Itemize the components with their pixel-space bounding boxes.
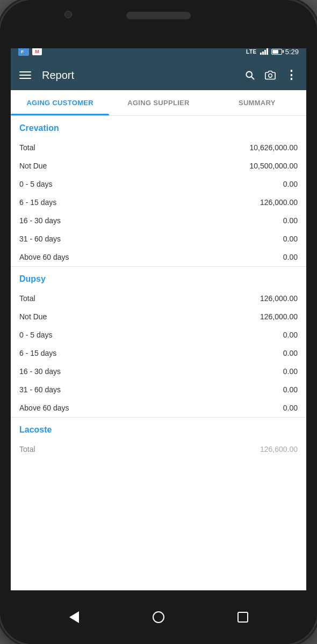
app-title: Report bbox=[42, 69, 234, 82]
list-item: Total 10,626,000.00 bbox=[11, 138, 306, 157]
customer-name-dupsy: Dupsy bbox=[11, 267, 306, 289]
customer-name-lacoste: Lacoste bbox=[11, 418, 306, 440]
row-label: 31 - 60 days bbox=[19, 385, 61, 394]
row-label: Total bbox=[19, 294, 35, 303]
row-value: 10,626,000.00 bbox=[249, 143, 298, 152]
recents-button[interactable] bbox=[232, 606, 254, 628]
lte-indicator: LTE bbox=[246, 49, 257, 55]
status-time: 5:29 bbox=[285, 48, 299, 56]
svg-point-4 bbox=[269, 74, 272, 78]
app-notification-icon: F bbox=[18, 47, 29, 56]
row-label: Above 60 days bbox=[19, 404, 69, 412]
customer-section-dupsy: Dupsy Total 126,000.00 Not Due 126,000.0… bbox=[11, 267, 306, 418]
list-item: Not Due 10,500,000.00 bbox=[11, 157, 306, 175]
customer-name-crevation: Crevation bbox=[11, 116, 306, 138]
back-button[interactable] bbox=[63, 606, 85, 628]
list-item: 0 - 5 days 0.00 bbox=[11, 326, 306, 344]
customer-section-crevation: Crevation Total 10,626,000.00 Not Due 10… bbox=[11, 116, 306, 267]
row-value: 126,000.00 bbox=[260, 294, 298, 303]
row-label: Total bbox=[19, 143, 35, 152]
row-label: 16 - 30 days bbox=[19, 367, 61, 376]
row-value: 0.00 bbox=[283, 235, 298, 243]
list-item: 31 - 60 days 0.00 bbox=[11, 380, 306, 399]
bottom-nav-bar bbox=[0, 590, 317, 644]
svg-text:F: F bbox=[21, 49, 24, 54]
more-options-button[interactable]: ⋮ bbox=[285, 68, 298, 82]
row-value: 0.00 bbox=[283, 349, 298, 357]
status-icons-right: LTE 5:29 bbox=[246, 48, 299, 56]
row-label: 16 - 30 days bbox=[19, 216, 61, 225]
list-item: Total 126,000.00 bbox=[11, 289, 306, 308]
speaker bbox=[126, 12, 191, 19]
list-item: 31 - 60 days 0.00 bbox=[11, 230, 306, 248]
battery-icon bbox=[271, 49, 282, 55]
hamburger-menu-button[interactable] bbox=[19, 71, 31, 79]
row-value: 10,500,000.00 bbox=[249, 162, 298, 170]
row-value: 126,000.00 bbox=[260, 312, 298, 321]
row-value: 126,000.00 bbox=[260, 198, 298, 207]
tab-aging-customer[interactable]: AGING CUSTOMER bbox=[11, 90, 109, 115]
gmail-notification-icon: M bbox=[32, 48, 42, 55]
front-camera bbox=[64, 11, 72, 18]
row-value: 0.00 bbox=[283, 404, 298, 412]
status-icons-left: F M bbox=[18, 47, 42, 56]
search-button[interactable] bbox=[244, 70, 255, 80]
list-item: Total 126,600.00 bbox=[11, 440, 306, 458]
app-bar: Report ⋮ bbox=[11, 60, 306, 90]
row-value: 0.00 bbox=[283, 385, 298, 394]
list-item: 16 - 30 days 0.00 bbox=[11, 211, 306, 230]
svg-line-3 bbox=[251, 77, 254, 79]
row-value: 0.00 bbox=[283, 367, 298, 376]
tab-bar: AGING CUSTOMER AGING SUPPLIER SUMMARY bbox=[11, 90, 306, 116]
home-button[interactable] bbox=[148, 606, 169, 628]
row-label: Not Due bbox=[19, 312, 47, 321]
list-item: Above 60 days 0.00 bbox=[11, 399, 306, 417]
row-label: 0 - 5 days bbox=[19, 180, 52, 188]
row-value: 0.00 bbox=[283, 180, 298, 188]
list-item: Above 60 days 0.00 bbox=[11, 248, 306, 266]
row-label: Total bbox=[19, 445, 35, 453]
tab-aging-supplier[interactable]: AGING SUPPLIER bbox=[109, 90, 207, 115]
row-value: 126,600.00 bbox=[260, 445, 298, 453]
camera-button[interactable] bbox=[265, 70, 276, 80]
row-label: Above 60 days bbox=[19, 253, 69, 261]
row-label: Not Due bbox=[19, 162, 47, 170]
tab-summary[interactable]: SUMMARY bbox=[208, 90, 306, 115]
signal-bars bbox=[260, 48, 268, 55]
row-label: 0 - 5 days bbox=[19, 331, 52, 339]
content-area: Crevation Total 10,626,000.00 Not Due 10… bbox=[11, 116, 306, 590]
app-bar-actions: ⋮ bbox=[244, 68, 298, 82]
list-item: 16 - 30 days 0.00 bbox=[11, 362, 306, 380]
list-item: Not Due 126,000.00 bbox=[11, 308, 306, 326]
list-item: 6 - 15 days 0.00 bbox=[11, 344, 306, 362]
list-item: 0 - 5 days 0.00 bbox=[11, 175, 306, 193]
row-label: 6 - 15 days bbox=[19, 349, 56, 357]
list-item: 6 - 15 days 126,000.00 bbox=[11, 193, 306, 211]
row-value: 0.00 bbox=[283, 331, 298, 339]
row-label: 31 - 60 days bbox=[19, 235, 61, 243]
row-label: 6 - 15 days bbox=[19, 198, 56, 207]
row-value: 0.00 bbox=[283, 253, 298, 261]
customer-section-lacoste: Lacoste Total 126,600.00 bbox=[11, 418, 306, 458]
row-value: 0.00 bbox=[283, 216, 298, 225]
